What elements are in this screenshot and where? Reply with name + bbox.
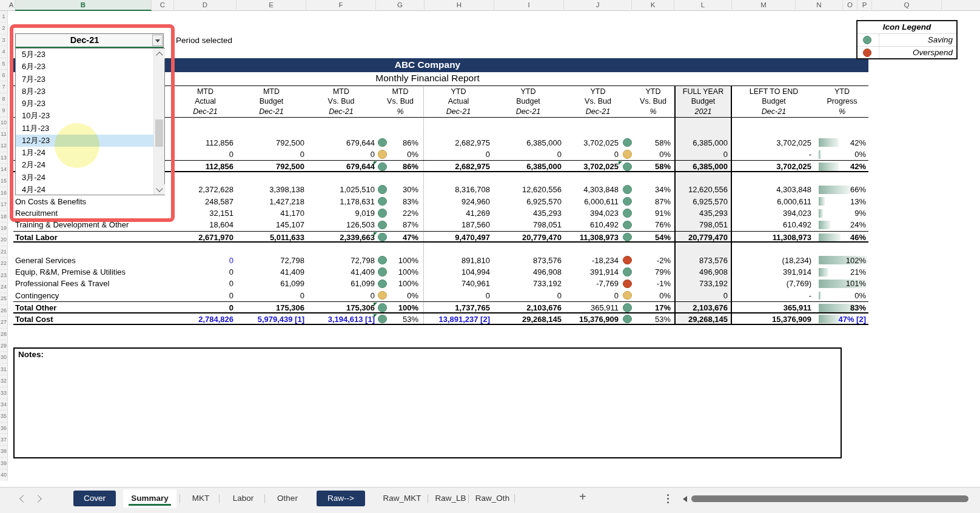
row-number[interactable]: 20: [0, 234, 7, 246]
horizontal-scrollbar-thumb[interactable]: [691, 495, 968, 502]
column-header-n[interactable]: N: [796, 0, 843, 11]
column-header-l[interactable]: L: [674, 0, 732, 11]
cell-ytd-actual: 0: [423, 149, 490, 160]
column-header-m[interactable]: M: [732, 0, 796, 11]
row-number[interactable]: 27: [0, 317, 7, 328]
dropdown-option[interactable]: 10月-23: [16, 110, 153, 122]
row-number[interactable]: 24: [0, 281, 7, 293]
header-line3: Dec-21: [237, 107, 306, 116]
sheet-tab-labor[interactable]: Labor: [224, 491, 262, 506]
header-line1: YTD: [564, 87, 632, 96]
tab-options-menu-icon[interactable]: [667, 494, 669, 505]
column-header-q[interactable]: Q: [872, 0, 942, 11]
row-number[interactable]: 11: [0, 129, 7, 140]
row-number[interactable]: 21: [0, 246, 7, 258]
sheet-tab-other[interactable]: Other: [270, 491, 305, 506]
sheet-tab-mkt[interactable]: MKT: [185, 491, 216, 506]
add-sheet-button[interactable]: +: [579, 490, 586, 504]
row-number[interactable]: 39: [0, 458, 7, 469]
row-number[interactable]: 23: [0, 270, 7, 281]
scroll-up-button[interactable]: [154, 49, 165, 59]
row-number[interactable]: 33: [0, 387, 7, 399]
row-number[interactable]: 12: [0, 140, 7, 152]
column-header-b[interactable]: B: [15, 0, 152, 11]
column-header-g[interactable]: G: [376, 0, 425, 11]
row-number[interactable]: 28: [0, 329, 7, 340]
notes-box[interactable]: Notes:: [13, 347, 842, 458]
row-number[interactable]: 10: [0, 117, 7, 129]
column-header-a[interactable]: A: [8, 0, 15, 11]
tabs-scroll-right-button[interactable]: [34, 495, 42, 503]
sheet-tab-cover[interactable]: Cover: [73, 491, 116, 506]
sheet-tab-raw-[interactable]: Raw-->: [317, 491, 365, 506]
row-number[interactable]: 7: [0, 81, 7, 93]
sheet-tab-raw-mkt[interactable]: Raw_MKT: [376, 491, 428, 506]
row-number[interactable]: 3: [0, 35, 7, 46]
dropdown-option[interactable]: 9月-23: [16, 98, 153, 110]
row-number[interactable]: 32: [0, 375, 7, 387]
row-number[interactable]: 36: [0, 423, 7, 434]
column-header-e[interactable]: E: [237, 0, 306, 11]
dropdown-option[interactable]: 3月-24: [16, 172, 153, 184]
dropdown-scrollbar-thumb[interactable]: [155, 119, 163, 147]
column-header-o[interactable]: O: [843, 0, 858, 11]
row-number[interactable]: 26: [0, 305, 7, 317]
row-number[interactable]: 14: [0, 164, 7, 175]
legend-row: Saving: [858, 33, 956, 46]
column-header-p[interactable]: P: [858, 0, 872, 11]
row-number[interactable]: 13: [0, 152, 7, 164]
hscroll-left-arrow-icon[interactable]: [683, 496, 687, 502]
column-header-d[interactable]: D: [174, 0, 237, 11]
row-number[interactable]: 5: [0, 58, 7, 70]
dropdown-option[interactable]: 5月-23: [16, 49, 153, 61]
row-number[interactable]: 31: [0, 364, 7, 375]
tab-separator: [468, 494, 469, 503]
dropdown-scrollbar[interactable]: [153, 49, 164, 195]
cell-ytd-actual: 1,737,765: [423, 302, 490, 314]
cell-mtd-actual: 0: [167, 255, 233, 266]
cell-full-year-budget: 6,385,000: [661, 137, 728, 149]
row-number[interactable]: 16: [0, 187, 7, 199]
row-number[interactable]: 15: [0, 175, 7, 187]
row-number[interactable]: 1: [0, 11, 7, 22]
scroll-down-button[interactable]: [154, 184, 165, 195]
column-header-i[interactable]: I: [494, 0, 564, 11]
cell-progress-pct: 47% [2]: [805, 314, 866, 325]
row-number[interactable]: 37: [0, 434, 7, 446]
column-header-h[interactable]: H: [425, 0, 494, 11]
row-number[interactable]: 18: [0, 211, 7, 223]
row-number[interactable]: 25: [0, 293, 7, 304]
row-label: On Costs & Benefits: [15, 196, 170, 207]
row-number[interactable]: 8: [0, 93, 7, 105]
sheet-tab-raw-oth[interactable]: Raw_Oth: [473, 491, 512, 506]
combobox-dropdown-button[interactable]: [152, 35, 163, 46]
row-label: Total Other: [15, 302, 170, 314]
row-number[interactable]: 2: [0, 22, 7, 34]
row-number[interactable]: 17: [0, 199, 7, 210]
row-number[interactable]: 38: [0, 446, 7, 457]
period-selector-combobox[interactable]: Dec-21: [15, 33, 164, 48]
row-number[interactable]: 40: [0, 469, 7, 481]
row-number[interactable]: 4: [0, 46, 7, 58]
sheet-tab-summary[interactable]: Summary: [123, 489, 176, 508]
row-number[interactable]: 22: [0, 258, 7, 269]
column-header-j[interactable]: J: [564, 0, 632, 11]
column-header-f[interactable]: F: [306, 0, 376, 11]
row-number[interactable]: 30: [0, 352, 7, 363]
row-number[interactable]: 34: [0, 399, 7, 411]
row-number[interactable]: 19: [0, 223, 7, 234]
dropdown-option[interactable]: 4月-24: [16, 184, 153, 196]
dropdown-option[interactable]: 7月-23: [16, 73, 153, 86]
column-header-k[interactable]: K: [632, 0, 674, 11]
row-number[interactable]: 9: [0, 105, 7, 116]
header-line3: %: [376, 107, 425, 116]
column-header-c[interactable]: C: [152, 0, 174, 11]
sheet-tab-raw-lb[interactable]: Raw_LB: [433, 491, 468, 506]
dropdown-option[interactable]: 6月-23: [16, 61, 153, 73]
row-number[interactable]: 35: [0, 411, 7, 422]
row-number[interactable]: 6: [0, 70, 7, 81]
period-dropdown-list[interactable]: 5月-236月-237月-238月-239月-2310月-2311月-2312月…: [15, 48, 165, 195]
dropdown-option[interactable]: 8月-23: [16, 86, 153, 98]
tabs-scroll-left-button[interactable]: [19, 495, 27, 503]
row-number[interactable]: 29: [0, 340, 7, 352]
